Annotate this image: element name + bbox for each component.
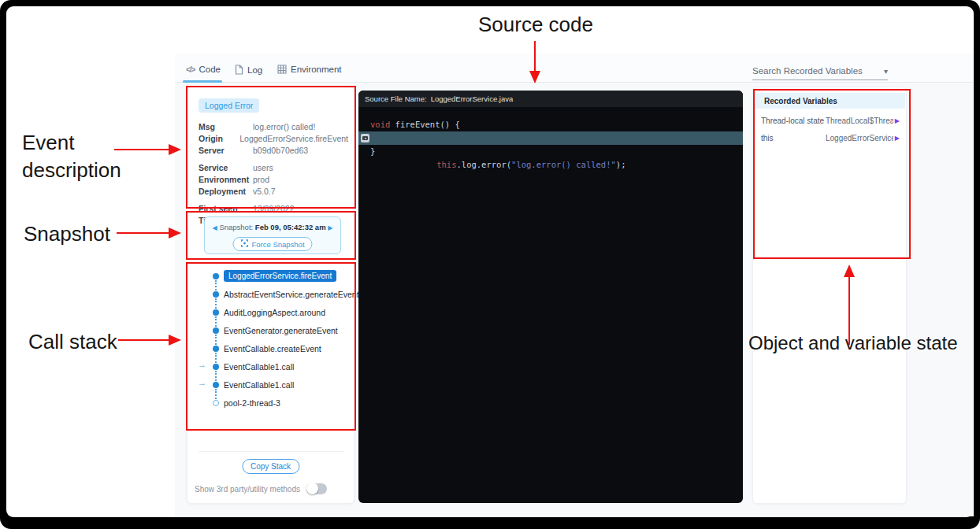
screenshot-frame: </> Code Log Environment Search Recorded… [0, 0, 980, 529]
tab-environment-label: Environment [291, 65, 342, 74]
event-field-first-seen: First seen 13/09/2022 [199, 202, 348, 214]
stack-frame[interactable]: EventGenerator.generateEvent [194, 321, 349, 339]
chevron-down-icon: ▾ [884, 67, 888, 76]
tab-environment[interactable]: Environment [277, 65, 342, 74]
variable-row[interactable]: Thread-local state ThreadLocal$ThreadL..… [753, 112, 906, 129]
annotation-source-code: Source code [473, 11, 599, 39]
snapshot-label: Snapshot: [219, 223, 253, 231]
expand-arrow-icon[interactable]: ▶ [895, 117, 900, 124]
annotation-event-description: Event description [22, 129, 160, 184]
frame-dot-icon [213, 309, 219, 316]
snapshot-camera-icon[interactable] [361, 134, 369, 142]
logged-error-badge: Logged Error [199, 98, 259, 113]
source-file-label: Source File Name: [365, 94, 427, 103]
copy-stack-button[interactable]: Copy Stack [242, 459, 299, 474]
stack-frame[interactable]: → EventCallable1.call [194, 375, 349, 394]
active-tab-underline [183, 80, 222, 83]
annotation-object-state: Object and variable state [748, 331, 980, 356]
third-party-toggle-row: Show 3rd party/utility methods [195, 483, 327, 494]
annotation-call-stack: Call stack [28, 328, 117, 356]
frame-dot-icon [213, 327, 219, 334]
code-icon: </> [186, 65, 195, 74]
force-snapshot-button[interactable]: Force Snapshot [232, 237, 312, 251]
source-code-panel: Source File Name: LoggedErrorService.jav… [358, 91, 743, 503]
snapshot-widget: ◀ Snapshot: Feb 09, 05:42:32 am ▶ Force … [204, 216, 341, 254]
code-line-1: void fireEvent() { [358, 118, 743, 131]
call-stack-list: LoggedErrorService.fireEvent AbstractEve… [194, 267, 349, 412]
stack-frame[interactable]: EventCallable.createEvent [194, 339, 349, 357]
third-party-toggle[interactable] [306, 483, 327, 494]
divider [199, 451, 344, 452]
capture-icon [240, 239, 248, 249]
stack-frame-thread[interactable]: pool-2-thread-3 [194, 394, 349, 412]
snapshot-nav: ◀ Snapshot: Feb 09, 05:42:32 am ▶ [205, 223, 340, 231]
stack-frame[interactable]: → EventCallable1.call [194, 357, 349, 375]
event-fields: Msg log.error() called! Origin LoggedErr… [199, 120, 348, 226]
toggle-knob [306, 483, 318, 494]
recorded-variables-panel: Recorded Variables Thread-local state Th… [752, 87, 907, 504]
event-field-environment: Environment prod [199, 173, 348, 185]
stack-frame[interactable]: LoggedErrorService.fireEvent [194, 267, 349, 285]
source-file-header: Source File Name: LoggedErrorService.jav… [358, 91, 743, 107]
event-field-msg: Msg log.error() called! [199, 120, 348, 132]
tab-code[interactable]: </> Code [186, 65, 221, 74]
event-field-server: Server b09d0b70ed63 [199, 144, 348, 156]
frame-dot-icon [213, 364, 219, 370]
force-snapshot-label: Force Snapshot [251, 240, 304, 249]
next-snapshot-arrow[interactable]: ▶ [328, 224, 332, 231]
stack-frame[interactable]: AuditLoggingAspect.around [194, 303, 349, 321]
stack-frame[interactable]: AbstractEventService.generateEvent [194, 285, 349, 303]
variable-row[interactable]: this LoggedErrorService ▶ [753, 129, 906, 146]
frame-dot-icon [213, 291, 219, 298]
expand-arrow-icon[interactable]: ▶ [895, 135, 900, 142]
event-field-deployment: Deployment v5.0.7 [199, 185, 348, 197]
snapshot-timestamp: Feb 09, 05:42:32 am [255, 223, 326, 231]
tab-log[interactable]: Log [235, 65, 262, 75]
source-file-name: LoggedErrorService.java [431, 94, 514, 103]
prev-snapshot-arrow[interactable]: ◀ [213, 224, 217, 231]
grid-icon [277, 65, 287, 74]
search-recorded-variables-select[interactable]: Search Recorded Variables ▾ [752, 66, 888, 80]
code-line-3: } [358, 145, 743, 158]
document-icon [235, 65, 243, 75]
code-editor: void fireEvent() { this.log.error("log.e… [358, 107, 743, 158]
search-select-label: Search Recorded Variables [752, 66, 863, 76]
event-field-service: Service users [199, 161, 348, 173]
tab-code-label: Code [199, 65, 221, 74]
annotation-snapshot: Snapshot [24, 220, 110, 248]
code-line-2-highlighted[interactable]: this.log.error("log.error() called!"); [358, 131, 743, 145]
frame-dot-icon [213, 382, 219, 388]
recorded-variables-header: Recorded Variables [754, 93, 905, 109]
tab-log-label: Log [247, 65, 262, 75]
event-details-panel: Logged Error Msg log.error() called! Ori… [187, 87, 355, 504]
frame-dot-icon [213, 346, 219, 352]
thread-dot-icon [213, 400, 219, 406]
jump-arrow-icon: → [198, 378, 206, 387]
toggle-label: Show 3rd party/utility methods [195, 485, 300, 494]
event-field-origin: Origin LoggedErrorService.fireEvent [199, 132, 348, 144]
frame-dot-icon [213, 273, 219, 279]
jump-arrow-icon: → [198, 360, 206, 369]
